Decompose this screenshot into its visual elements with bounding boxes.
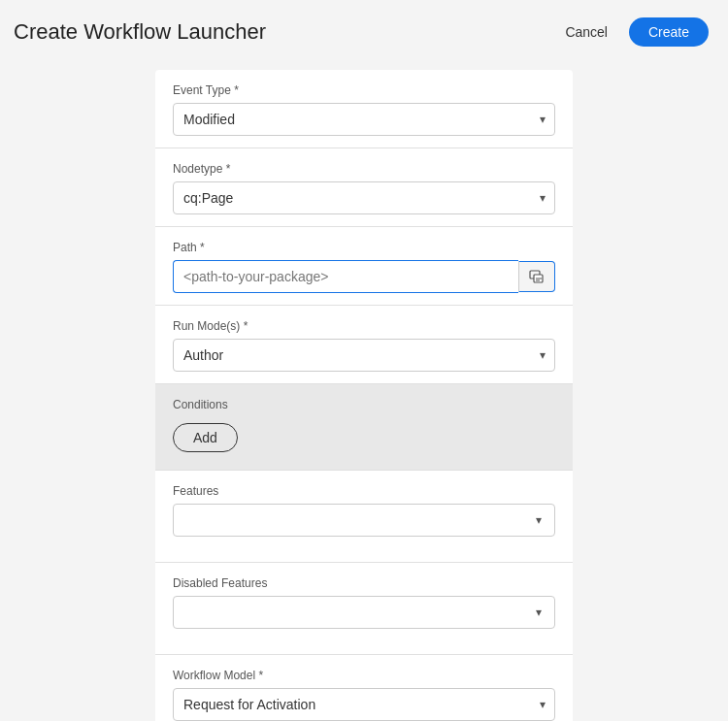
event-type-label: Event Type * [173, 83, 555, 97]
event-type-select-wrapper: Modified Created Deleted ▾ [173, 103, 555, 136]
form-container: Event Type * Modified Created Deleted ▾ … [0, 60, 728, 721]
disabled-features-field: Disabled Features ▾ [155, 563, 573, 640]
run-modes-select[interactable]: Author Publish Both [173, 339, 555, 372]
event-type-select[interactable]: Modified Created Deleted [173, 103, 555, 136]
conditions-label: Conditions [173, 398, 555, 411]
path-browse-button[interactable] [518, 261, 555, 292]
run-modes-select-wrapper: Author Publish Both ▾ [173, 339, 555, 372]
conditions-section: Conditions Add [155, 384, 573, 470]
features-field: Features ▾ [155, 471, 573, 548]
workflow-model-field: Workflow Model * Request for Activation … [155, 655, 573, 721]
run-modes-field: Run Mode(s) * Author Publish Both ▾ [155, 306, 573, 383]
features-select-wrapper: ▾ [173, 504, 555, 537]
nodetype-label: Nodetype * [173, 162, 555, 176]
create-button[interactable]: Create [629, 17, 709, 47]
nodetype-select[interactable]: cq:Page cq:Asset nt:file [173, 181, 555, 214]
cancel-button[interactable]: Cancel [553, 18, 619, 46]
header-actions: Cancel Create [553, 17, 709, 47]
disabled-features-select-wrapper: ▾ [173, 596, 555, 629]
event-type-field: Event Type * Modified Created Deleted ▾ [155, 70, 573, 147]
disabled-features-select-display[interactable] [173, 596, 555, 629]
nodetype-select-wrapper: cq:Page cq:Asset nt:file ▾ [173, 181, 555, 214]
features-select-display[interactable] [173, 504, 555, 537]
workflow-model-select[interactable]: Request for Activation DAM Asset Update … [173, 688, 555, 721]
features-label: Features [173, 484, 555, 498]
path-input-wrapper [173, 260, 555, 293]
path-label: Path * [173, 241, 555, 254]
run-modes-label: Run Mode(s) * [173, 319, 555, 333]
form-main: Event Type * Modified Created Deleted ▾ … [155, 70, 573, 721]
browse-icon [529, 269, 545, 284]
add-condition-button[interactable]: Add [173, 423, 238, 452]
path-field: Path * [155, 227, 573, 305]
nodetype-field: Nodetype * cq:Page cq:Asset nt:file ▾ [155, 148, 573, 226]
path-input[interactable] [173, 260, 518, 293]
workflow-model-select-wrapper: Request for Activation DAM Asset Update … [173, 688, 555, 721]
page-title: Create Workflow Launcher [14, 19, 266, 45]
workflow-model-label: Workflow Model * [173, 669, 555, 682]
disabled-features-label: Disabled Features [173, 576, 555, 590]
